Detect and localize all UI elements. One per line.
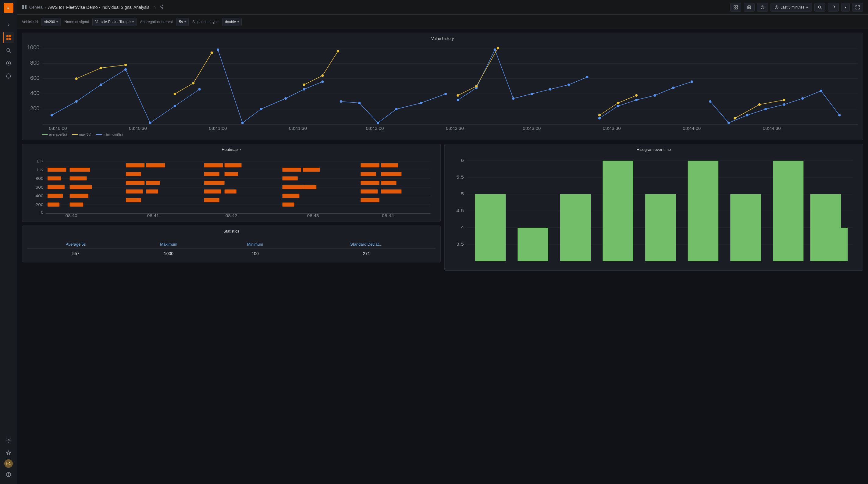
svg-point-58 [124,68,127,71]
svg-rect-145 [146,189,158,193]
sidebar-item-admin[interactable] [3,447,14,458]
val-average: 557 [27,249,125,259]
data-type-select[interactable]: double ▾ [222,18,242,26]
svg-text:4.5: 4.5 [456,208,464,213]
svg-point-88 [709,100,711,103]
legend-min-line [96,134,102,135]
legend-average: average(5s) [42,132,67,136]
col-average: Average 5s [27,240,125,249]
svg-point-19 [162,8,163,8]
data-type-value: double [225,20,236,24]
hist-bar-5 [645,194,676,261]
save-btn[interactable] [744,3,755,11]
svg-point-83 [617,105,619,107]
filter-bar: Vehicle Id vin200 ▾ Name of signal Vehic… [17,14,868,29]
signal-name-select[interactable]: Vehicle.EngineTorque ▾ [92,18,136,26]
sidebar-item-expand[interactable] [3,19,14,30]
fullscreen-btn[interactable] [852,3,863,11]
svg-rect-157 [282,185,303,189]
svg-rect-143 [126,189,143,193]
data-source-btn[interactable] [730,3,741,11]
heatmap-chart[interactable]: 1 K 1 K 800 600 400 200 0 [27,156,436,217]
heatmap-chevron[interactable]: ▾ [240,148,241,151]
agg-interval-label: Aggregation interval [140,20,173,24]
sidebar-item-search[interactable] [3,45,14,56]
value-history-chart[interactable]: 1000 800 600 400 200 08:40:00 08:40:30 0… [27,45,858,130]
legend-max: max(5s) [72,132,91,136]
vehicle-id-select[interactable]: vin200 ▾ [41,18,61,26]
svg-rect-167 [361,189,378,193]
svg-text:200: 200 [36,202,43,207]
svg-rect-164 [381,172,401,176]
svg-rect-136 [70,194,88,198]
svg-rect-149 [225,172,238,176]
svg-point-103 [321,74,324,77]
zoom-out-btn[interactable] [814,3,825,11]
share-icon[interactable] [159,5,164,10]
user-avatar[interactable]: HC [4,459,13,468]
sidebar-item-alerting[interactable] [3,70,14,81]
svg-text:1 K: 1 K [36,159,43,163]
sidebar-item-help[interactable] [3,469,14,480]
svg-text:600: 600 [30,75,39,81]
svg-point-12 [8,476,8,476]
svg-point-69 [358,102,361,104]
sidebar-item-explore[interactable] [3,58,14,68]
app-logo[interactable]: G [4,3,13,13]
svg-rect-27 [748,6,750,7]
breadcrumb-separator: / [45,5,46,9]
time-range-selector[interactable]: Last 5 minutes ▾ [771,3,812,11]
refresh-dropdown[interactable]: ▾ [841,3,850,11]
svg-point-78 [531,93,533,95]
svg-rect-152 [225,189,237,193]
histogram-panel: Hisogram over time 6 5.5 5 4.5 4 3.5 [444,144,863,271]
svg-rect-5 [9,38,11,40]
signal-name-label: Name of signal [64,20,89,24]
svg-point-6 [7,49,10,52]
svg-rect-22 [734,5,736,7]
agg-interval-select[interactable]: 5s ▾ [176,18,189,26]
breadcrumb-section[interactable]: General [29,5,43,9]
value-history-panel: Value history 1000 800 600 400 200 [22,33,863,140]
sidebar-bottom: HC [3,434,14,481]
svg-point-98 [124,64,127,66]
svg-point-10 [8,440,9,441]
svg-text:5: 5 [461,191,464,196]
time-range-label: Last 5 minutes [780,5,804,9]
legend-max-label: max(5s) [79,132,91,136]
svg-rect-148 [204,172,219,176]
hist-bar-6 [688,161,719,261]
val-stddev: 271 [298,249,436,259]
svg-text:08:42:30: 08:42:30 [446,126,464,130]
svg-rect-129 [48,177,61,180]
refresh-btn[interactable] [828,3,839,11]
histogram-chart[interactable]: 6 5.5 5 4.5 4 3.5 [450,156,858,266]
svg-rect-140 [126,172,141,176]
svg-rect-153 [204,198,219,202]
dashboard-grid-icon [22,5,27,10]
heatmap-title: Heatmap [222,147,238,152]
heatmap-header: Heatmap ▾ [22,144,440,154]
svg-point-101 [211,52,213,54]
svg-line-21 [161,7,162,8]
svg-point-67 [321,81,324,83]
sidebar-item-dashboards[interactable] [3,32,14,43]
signal-name-value: Vehicle.EngineTorque [95,20,130,24]
sidebar-item-config[interactable] [3,435,14,446]
settings-btn[interactable] [757,3,768,11]
svg-rect-23 [736,5,738,7]
col-stddev: Standard Deviat… [298,240,436,249]
svg-rect-162 [381,163,398,167]
svg-rect-159 [282,194,300,198]
svg-line-20 [161,5,162,6]
svg-point-112 [758,103,761,106]
svg-rect-2 [6,35,8,37]
svg-rect-15 [22,7,24,9]
heatmap-content: 1 K 1 K 800 600 400 200 0 [22,154,440,221]
hist-bar-7 [730,194,761,261]
star-icon[interactable]: ☆ [153,5,156,9]
svg-text:1000: 1000 [27,45,39,51]
svg-text:1 K: 1 K [36,168,43,172]
svg-point-102 [303,84,305,86]
svg-text:800: 800 [30,60,39,66]
